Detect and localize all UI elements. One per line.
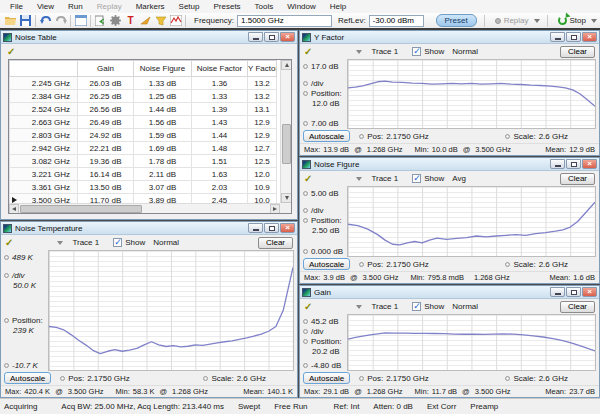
axis-bottom-value[interactable]: -4.80 dB xyxy=(311,361,341,370)
scroll-up-button[interactable] xyxy=(281,60,292,70)
menu-markers[interactable]: Markers xyxy=(129,1,172,12)
scroll-thumb[interactable] xyxy=(20,205,142,213)
table-cell[interactable]: 1.51 xyxy=(192,155,248,168)
row-header-frequency[interactable]: 3.221 GHz xyxy=(10,168,78,181)
scroll-right-button[interactable] xyxy=(270,204,280,214)
axis-bottom-value[interactable]: -10.7 K xyxy=(12,361,38,370)
scale-value[interactable]: 2.6 GHz xyxy=(539,374,568,383)
menu-view[interactable]: View xyxy=(30,1,61,12)
menu-run[interactable]: Run xyxy=(61,1,90,12)
table-cell[interactable]: 1.63 xyxy=(192,168,248,181)
stop-dropdown-icon[interactable] xyxy=(591,19,597,23)
undo-icon[interactable] xyxy=(38,14,53,28)
redo-icon[interactable] xyxy=(53,14,68,28)
trace-dropdown-icon[interactable] xyxy=(356,177,362,181)
show-checkbox[interactable] xyxy=(412,47,421,56)
row-header-frequency[interactable]: 3.082 GHz xyxy=(10,155,78,168)
menu-help[interactable]: Help xyxy=(323,1,353,12)
scale-value[interactable]: 2.6 GHz xyxy=(539,132,568,141)
close-button[interactable]: × xyxy=(582,159,597,169)
gear-icon[interactable] xyxy=(108,14,123,28)
column-header[interactable] xyxy=(10,61,78,77)
horizontal-scrollbar[interactable] xyxy=(9,203,280,213)
trace-mode[interactable]: Normal xyxy=(452,302,478,311)
table-cell[interactable]: 1.43 xyxy=(192,116,248,129)
table-cell[interactable]: 1.48 xyxy=(192,142,248,155)
axis-bottom-value[interactable]: 0.000 dB xyxy=(311,247,343,256)
menu-file[interactable]: File xyxy=(3,1,30,12)
table-cell[interactable]: 13.2 xyxy=(248,90,277,103)
restore-button[interactable] xyxy=(264,223,279,233)
gain-titlebar[interactable]: Gain × xyxy=(300,286,599,299)
axis-bottom-value[interactable]: 7.00 dB xyxy=(311,119,339,128)
close-button[interactable]: × xyxy=(280,223,295,233)
table-cell[interactable]: 12.9 xyxy=(248,116,277,129)
row-header-frequency[interactable]: 2.245 GHz xyxy=(10,77,78,90)
export-icon[interactable] xyxy=(93,14,108,28)
stop-button[interactable]: Stop xyxy=(558,16,597,25)
axis-top-value[interactable]: 5.00 dB xyxy=(311,189,339,198)
pos-value[interactable]: 2.1750 GHz xyxy=(87,374,130,383)
row-header-frequency[interactable]: 2.524 GHz xyxy=(10,103,78,116)
table-cell[interactable]: 12.9 xyxy=(248,129,277,142)
table-cell[interactable]: 1.36 xyxy=(192,77,248,90)
pos-value[interactable]: 2.1750 GHz xyxy=(386,374,429,383)
menu-setup[interactable]: Setup xyxy=(172,1,207,12)
minimize-button[interactable] xyxy=(550,32,565,42)
axis-position-value[interactable]: 12.0 dB xyxy=(312,99,340,108)
trace-name[interactable]: Trace 1 xyxy=(72,238,99,247)
y-factor-titlebar[interactable]: Y Factor × xyxy=(300,31,599,44)
close-button[interactable]: × xyxy=(582,287,597,297)
restore-button[interactable] xyxy=(566,159,581,169)
trace-mode[interactable]: Normal xyxy=(153,238,179,247)
table-cell[interactable]: 12.5 xyxy=(248,155,277,168)
minimize-button[interactable] xyxy=(550,159,565,169)
scroll-left-button[interactable] xyxy=(9,204,19,214)
replay-dropdown-icon[interactable] xyxy=(534,19,540,23)
clear-button[interactable]: Clear xyxy=(560,46,595,58)
replay-button[interactable]: Replay xyxy=(495,16,540,25)
frequency-input[interactable] xyxy=(237,15,332,27)
row-header-frequency[interactable]: 2.663 GHz xyxy=(10,116,78,129)
table-cell[interactable]: 13.50 dB xyxy=(78,181,134,194)
row-header-frequency[interactable]: 2.942 GHz xyxy=(10,142,78,155)
table-cell[interactable]: 26.56 dB xyxy=(78,103,134,116)
table-cell[interactable]: 13.1 xyxy=(248,103,277,116)
column-header[interactable]: Noise Figure xyxy=(134,61,192,77)
clear-button[interactable]: Clear xyxy=(258,237,293,249)
table-cell[interactable]: 13.2 xyxy=(248,77,277,90)
table-cell[interactable]: 1.39 xyxy=(192,103,248,116)
trace-dropdown-icon[interactable] xyxy=(57,241,63,245)
clear-button[interactable]: Clear xyxy=(560,301,595,313)
text-tool-icon[interactable]: T xyxy=(123,14,138,28)
table-row[interactable]: 2.663 GHz26.49 dB1.56 dB1.4312.9 xyxy=(10,116,277,129)
table-row[interactable]: 2.384 GHz26.25 dB1.25 dB1.3313.2 xyxy=(10,90,277,103)
table-cell[interactable]: 12.7 xyxy=(248,142,277,155)
scale-value[interactable]: 2.6 GHz xyxy=(237,374,266,383)
table-cell[interactable]: 10.9 xyxy=(248,181,277,194)
table-row[interactable]: 2.524 GHz26.56 dB1.44 dB1.3913.1 xyxy=(10,103,277,116)
menu-presets[interactable]: Presets xyxy=(206,1,247,12)
table-cell[interactable]: 1.78 dB xyxy=(134,155,192,168)
save-icon[interactable] xyxy=(18,14,33,28)
close-button[interactable]: × xyxy=(280,32,295,42)
restore-button[interactable] xyxy=(566,32,581,42)
table-row[interactable]: 2.942 GHz22.21 dB1.69 dB1.4812.7 xyxy=(10,142,277,155)
open-icon[interactable] xyxy=(3,14,18,28)
column-header[interactable]: Gain xyxy=(78,61,134,77)
table-cell[interactable]: 22.21 dB xyxy=(78,142,134,155)
table-row[interactable]: 2.245 GHz26.03 dB1.33 dB1.3613.2 xyxy=(10,77,277,90)
table-cell[interactable]: 26.25 dB xyxy=(78,90,134,103)
preset-button[interactable]: Preset xyxy=(436,14,477,27)
table-cell[interactable]: 1.33 dB xyxy=(134,77,192,90)
axis-top-value[interactable]: 17.0 dB xyxy=(311,62,339,71)
trace-icon[interactable] xyxy=(168,14,183,28)
table-cell[interactable]: 1.69 dB xyxy=(134,142,192,155)
table-row[interactable]: 3.082 GHz19.36 dB1.78 dB1.5112.5 xyxy=(10,155,277,168)
trace-dropdown-icon[interactable] xyxy=(356,50,362,54)
minimize-button[interactable] xyxy=(248,223,263,233)
table-cell[interactable]: 24.92 dB xyxy=(78,129,134,142)
noise-figure-titlebar[interactable]: Noise Figure × xyxy=(300,158,599,171)
minimize-button[interactable] xyxy=(550,287,565,297)
table-cell[interactable]: 26.03 dB xyxy=(78,77,134,90)
